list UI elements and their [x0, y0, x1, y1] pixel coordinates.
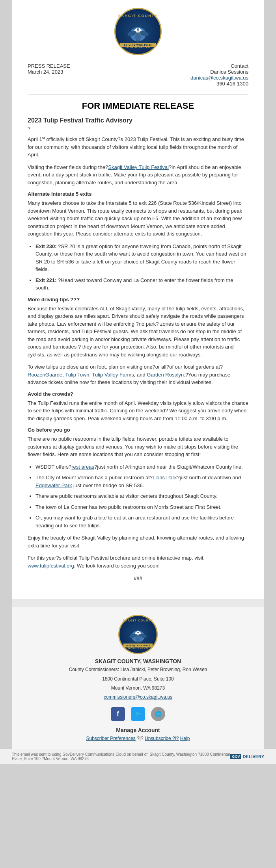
- rest-areas-link[interactable]: rest areas: [71, 464, 94, 470]
- restroom-list: WSDOT offers?rest areas?just north of Ar…: [35, 463, 248, 530]
- section2-title: More driving tips ???: [28, 297, 248, 302]
- footer-address1: 1800 Continental Place, Suite 100: [28, 675, 248, 683]
- restroom-item-2: The City of Mount Vernon has a public re…: [35, 474, 248, 489]
- closing-p2: For this year?s official Tulip Festival …: [28, 554, 248, 569]
- bullet1-after: ?just north of Arlington and near the Sk…: [94, 464, 243, 470]
- section4-body: There are no public restrooms in the tul…: [28, 435, 248, 458]
- svg-point-12: [137, 631, 139, 633]
- help-link[interactable]: Help: [180, 736, 190, 741]
- logo-bottom-text: WASHINGTON: [125, 45, 151, 48]
- lions-park-link[interactable]: Lions Park: [153, 475, 177, 480]
- footer-address2: Mount Vernon, WA 98273: [28, 684, 248, 692]
- footer-eagle-icon: [128, 627, 148, 645]
- garden-rosalyn-link[interactable]: Garden Rosalyn: [147, 372, 184, 378]
- section3-body: The Tulip Festival runs the entire month…: [28, 399, 248, 423]
- sep3: , and: [134, 372, 147, 378]
- email-wrapper: SKAGIT COUNTY Serving With: [0, 0, 276, 764]
- bullet1-before: WSDOT offers?: [35, 464, 71, 470]
- contact-email-link[interactable]: danicas@co.skagit.wa.us: [190, 75, 248, 81]
- restroom-item-4: The town of La Conner has two public res…: [35, 503, 248, 511]
- restroom-item-3: There are public restrooms available at …: [35, 492, 248, 500]
- tulip-town-link[interactable]: Tulip Town: [65, 372, 89, 378]
- divider-top: [28, 95, 248, 95]
- govdelivery-logo: GOVDELIVERY: [230, 754, 264, 759]
- article-title: 2023 Tulip Festival Traffic Advisory: [28, 117, 248, 124]
- subscriber-prefs-link[interactable]: Subscriber Preferences: [86, 736, 135, 741]
- closing-p2-after: . We look forward to seeing you soon!: [74, 563, 160, 569]
- exit-230-label: Exit 230:: [35, 243, 56, 249]
- valley-farms-link[interactable]: Tulip Valley Farms: [92, 372, 134, 378]
- edgewater-park-link[interactable]: Edgewater Park: [35, 482, 72, 488]
- hash-mark: ###: [28, 575, 248, 581]
- section1-body: Many travelers choose to take the Inters…: [28, 199, 248, 238]
- footer-org-name: SKAGIT COUNTY, WASHINGTON: [28, 658, 248, 664]
- logo-top-text: SKAGIT COUNTY: [118, 14, 158, 18]
- closing-p1: Enjoy the beauty of the Skagit Valley by…: [28, 534, 248, 549]
- footer-email-link[interactable]: commissioners@co.skagit.wa.us: [104, 694, 172, 700]
- footer-seal: SKAGIT COUNTY Serving With Pride: [118, 615, 158, 654]
- restroom-item-1: WSDOT offers?rest areas?just north of Ar…: [35, 463, 248, 471]
- separator1: ?|?: [137, 736, 145, 741]
- closing-p2-before: For this year?s official Tulip Festival …: [28, 555, 205, 561]
- sep2: ,: [90, 372, 92, 378]
- bottom-bar: This email was sent to using GovDelivery…: [0, 749, 276, 764]
- contact-label: Contact: [190, 63, 248, 69]
- website-icon[interactable]: 🌐: [151, 707, 165, 721]
- bullet2-after: ?just north of downtown and: [177, 475, 241, 480]
- intro-p1: April 1st officially kicks off Skagit Co…: [28, 135, 248, 159]
- section4-title: Go before you go: [28, 427, 248, 433]
- bottom-bar-text: This email was sent to using GovDelivery…: [12, 752, 230, 761]
- gov-badge: GOV: [230, 754, 241, 759]
- exits-list: Exit 230: ?SR 20 is a great option for a…: [35, 243, 248, 292]
- exit-230-text: ?SR 20 is a great option for anyone trav…: [35, 243, 246, 273]
- press-info: PRESS RELEASE March 24, 2023: [28, 63, 70, 87]
- tulip-festival-link[interactable]: Skagit Valley Tulip Festival: [108, 164, 169, 170]
- exit-221-text: ?Head west toward Conway and La Conner t…: [35, 277, 233, 291]
- twitter-icon[interactable]: 🐦: [131, 707, 145, 721]
- svg-marker-17: [136, 641, 140, 644]
- svg-point-3: [137, 28, 139, 31]
- contact-info: Contact Danica Sessions danicas@co.skagi…: [190, 63, 248, 87]
- county-seal: SKAGIT COUNTY Serving With: [114, 8, 162, 55]
- social-icons-row: f 🐦 🌐: [28, 707, 248, 721]
- section2-p2-before: To view tulips up close and on foot, pla…: [28, 364, 223, 370]
- press-date: March 24, 2023: [28, 69, 70, 75]
- section1-title: Alternate Interstate 5 exits: [28, 191, 248, 197]
- exit-221-label: Exit 221:: [35, 277, 56, 283]
- st-sup: st: [42, 136, 45, 140]
- footer-commissioners: County Commissioners: Lisa Janicki, Pete…: [28, 666, 248, 673]
- svg-marker-8: [136, 40, 140, 43]
- email-body: PRESS RELEASE March 24, 2023 Contact Dan…: [12, 55, 264, 599]
- contact-name: Danica Sessions: [190, 69, 248, 75]
- footer-logo-top: SKAGIT COUNTY: [123, 619, 153, 622]
- intro-p2: Visiting the flower fields during the?Sk…: [28, 163, 248, 187]
- facebook-icon[interactable]: f: [111, 707, 125, 721]
- restroom-item-5: Or, you may want to grab a bite to eat a…: [35, 514, 248, 529]
- press-label: PRESS RELEASE: [28, 63, 70, 69]
- release-title: FOR IMMEDIATE RELEASE: [28, 101, 248, 111]
- roozen-link[interactable]: RoozenGaarde: [28, 372, 62, 378]
- press-header: PRESS RELEASE March 24, 2023 Contact Dan…: [28, 63, 248, 87]
- footer-section: SKAGIT COUNTY Serving With Pride: [12, 607, 264, 749]
- eagle-icon: [126, 23, 150, 45]
- exit-230-item: Exit 230: ?SR 20 is a great option for a…: [35, 243, 248, 273]
- spacer: [12, 599, 264, 607]
- svg-point-7: [135, 33, 141, 41]
- footer-logo-bottom: WASHINGTON: [128, 647, 148, 649]
- contact-phone: 360-416-1300: [190, 81, 248, 87]
- delivery-text: DELIVERY: [242, 754, 264, 759]
- unsubscribe-link[interactable]: Unsubscribe ?|?: [145, 736, 179, 741]
- tulipfestival-link[interactable]: www.tulipfestival.org: [28, 563, 74, 569]
- intro-p2-before: Visiting the flower fields during the?: [28, 164, 108, 170]
- section3-title: Avoid the crowds?: [28, 391, 248, 397]
- manage-account-label: Manage Account: [28, 727, 248, 733]
- section2-p2: To view tulips up close and on foot, pla…: [28, 363, 248, 386]
- bullet2-before: The City of Mount Vernon has a public re…: [35, 475, 153, 480]
- bullet2-after2: just over the bridge on SR 536.: [72, 482, 144, 488]
- svg-point-16: [135, 635, 140, 641]
- footer-logo-container: SKAGIT COUNTY Serving With Pride: [118, 615, 158, 654]
- exit-221-item: Exit 221: ?Head west toward Conway and L…: [35, 276, 248, 292]
- logo-section: SKAGIT COUNTY Serving With: [12, 0, 264, 55]
- manage-links-row: Subscriber Preferences ?|? Unsubscribe ?…: [28, 736, 248, 741]
- article-qmark: ?: [28, 126, 248, 132]
